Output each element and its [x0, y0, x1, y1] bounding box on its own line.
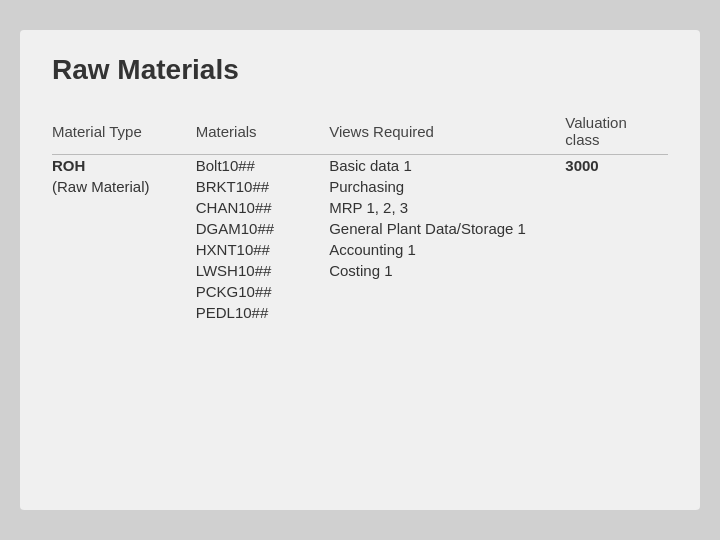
table-row: HXNT10## Accounting 1: [52, 239, 668, 260]
material-brkt10: BRKT10##: [196, 176, 329, 197]
main-card: Raw Materials Material Type Materials Vi…: [20, 30, 700, 510]
valuation-empty-5: [565, 260, 668, 281]
valuation-value: 3000: [565, 155, 668, 177]
table-row: (Raw Material) BRKT10## Purchasing: [52, 176, 668, 197]
material-type-roh: ROH: [52, 155, 196, 177]
valuation-empty-1: [565, 176, 668, 197]
material-bolt10: Bolt10##: [196, 155, 329, 177]
material-pckg10: PCKG10##: [196, 281, 329, 302]
valuation-empty-3: [565, 218, 668, 239]
valuation-empty-6: [565, 281, 668, 302]
valuation-empty-2: [565, 197, 668, 218]
header-valuation-class: Valuationclass: [565, 114, 668, 155]
page-title: Raw Materials: [52, 54, 668, 86]
type-empty-6: [52, 302, 196, 323]
material-lwsh10: LWSH10##: [196, 260, 329, 281]
table-row: DGAM10## General Plant Data/Storage 1: [52, 218, 668, 239]
table-row: CHAN10## MRP 1, 2, 3: [52, 197, 668, 218]
material-dgam10: DGAM10##: [196, 218, 329, 239]
table-row: PEDL10##: [52, 302, 668, 323]
materials-table: Material Type Materials Views Required V…: [52, 114, 668, 323]
valuation-empty-4: [565, 239, 668, 260]
table-row: ROH Bolt10## Basic data 1 3000: [52, 155, 668, 177]
view-purchasing: Purchasing: [329, 176, 565, 197]
view-empty-1: [329, 281, 565, 302]
header-material-type: Material Type: [52, 114, 196, 155]
view-basic-data: Basic data 1: [329, 155, 565, 177]
table-row: PCKG10##: [52, 281, 668, 302]
valuation-empty-7: [565, 302, 668, 323]
type-empty-4: [52, 260, 196, 281]
type-empty-3: [52, 239, 196, 260]
material-pedl10: PEDL10##: [196, 302, 329, 323]
type-empty-1: [52, 197, 196, 218]
type-empty-5: [52, 281, 196, 302]
header-views-required: Views Required: [329, 114, 565, 155]
material-chan10: CHAN10##: [196, 197, 329, 218]
material-hxnt10: HXNT10##: [196, 239, 329, 260]
material-type-subtype: (Raw Material): [52, 176, 196, 197]
type-empty-2: [52, 218, 196, 239]
view-mrp: MRP 1, 2, 3: [329, 197, 565, 218]
header-materials: Materials: [196, 114, 329, 155]
view-costing: Costing 1: [329, 260, 565, 281]
view-accounting: Accounting 1: [329, 239, 565, 260]
view-empty-2: [329, 302, 565, 323]
table-row: LWSH10## Costing 1: [52, 260, 668, 281]
view-general-plant: General Plant Data/Storage 1: [329, 218, 565, 239]
